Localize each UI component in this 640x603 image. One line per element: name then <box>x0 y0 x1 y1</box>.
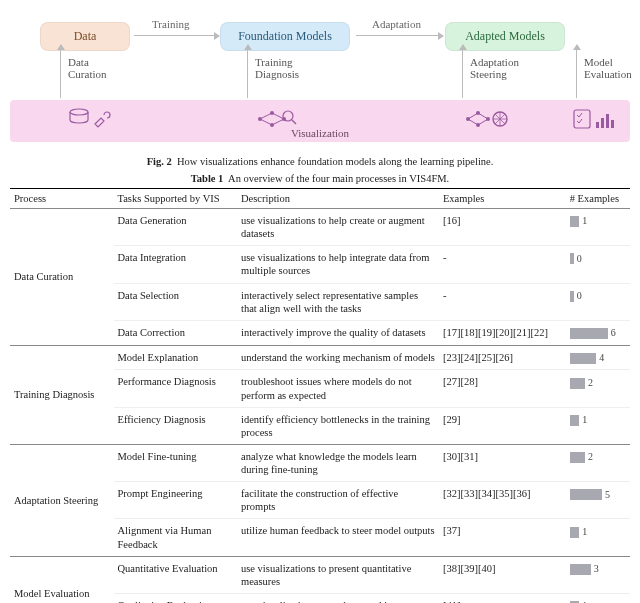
cell-examples: [30][31] <box>439 444 566 481</box>
cell-examples: [16] <box>439 209 566 246</box>
cell-description: identify efficiency bottlenecks in the t… <box>237 407 439 444</box>
cell-num-examples: 0 <box>566 246 630 283</box>
label-adaptation: Adaptation <box>372 18 421 30</box>
cell-description: use visualizations to evaluate and inter… <box>237 593 439 603</box>
spark-bar <box>570 353 597 364</box>
spark-bar <box>570 415 580 426</box>
database-wrench-icon <box>65 106 113 132</box>
cell-examples: - <box>439 246 566 283</box>
cell-task: Efficiency Diagnosis <box>114 407 237 444</box>
col-process: Process <box>10 189 114 209</box>
cell-description: use visualizations to present quantitati… <box>237 556 439 593</box>
cell-task: Quantitative Evaluation <box>114 556 237 593</box>
cell-num-examples: 1 <box>566 209 630 246</box>
cell-task: Qualitative Evaluation <box>114 593 237 603</box>
cell-num-examples: 6 <box>566 320 630 345</box>
figure-caption: Fig. 2 How visualizations enhance founda… <box>0 156 640 167</box>
spark-bar <box>570 378 585 389</box>
cell-process: Training Diagnosis <box>10 345 114 444</box>
cell-description: analyze what knowledge the models learn … <box>237 444 439 481</box>
cell-num-examples: 2 <box>566 444 630 481</box>
cell-num-examples: 1 <box>566 593 630 603</box>
cell-num-examples: 4 <box>566 345 630 370</box>
cell-examples: [29] <box>439 407 566 444</box>
spark-value: 1 <box>582 215 587 226</box>
col-description: Description <box>237 189 439 209</box>
svg-point-0 <box>70 109 88 115</box>
cell-num-examples: 3 <box>566 556 630 593</box>
overview-table: Process Tasks Supported by VIS Descripti… <box>10 188 630 603</box>
spark-value: 0 <box>577 290 582 301</box>
cell-description: interactively improve the quality of dat… <box>237 320 439 345</box>
spark-value: 4 <box>599 352 604 363</box>
spark-bar <box>570 489 602 500</box>
spark-bar <box>570 564 591 575</box>
svg-rect-15 <box>606 114 609 128</box>
arrow-adaptation-steering <box>462 50 463 98</box>
spark-value: 3 <box>594 563 599 574</box>
cell-description: utilize human feedback to steer model ou… <box>237 519 439 556</box>
spark-bar <box>570 253 574 264</box>
checklist-chart-icon <box>570 106 618 132</box>
cell-task: Model Fine-tuning <box>114 444 237 481</box>
table-row: Model EvaluationQuantitative Evaluationu… <box>10 556 630 593</box>
arrow-model-evaluation <box>576 50 577 98</box>
table-row: Training DiagnosisModel Explanationunder… <box>10 345 630 370</box>
network-steering-icon <box>460 106 508 132</box>
cell-num-examples: 0 <box>566 283 630 320</box>
label-data-curation: DataCuration <box>68 56 107 80</box>
cell-task: Data Generation <box>114 209 237 246</box>
cell-process: Model Evaluation <box>10 556 114 603</box>
cell-description: use visualizations to help create or aug… <box>237 209 439 246</box>
svg-line-6 <box>292 120 296 124</box>
spark-bar <box>570 527 580 538</box>
spark-bar <box>570 328 608 339</box>
cell-examples: - <box>439 283 566 320</box>
table-row: Data CurationData Generationuse visualiz… <box>10 209 630 246</box>
arrow-data-curation <box>60 50 61 98</box>
visualization-bar: Visualization <box>10 100 630 142</box>
spark-value: 2 <box>588 377 593 388</box>
node-data: Data <box>40 22 130 51</box>
cell-examples: [38][39][40] <box>439 556 566 593</box>
spark-bar <box>570 452 585 463</box>
cell-task: Performance Diagnosis <box>114 370 237 407</box>
svg-rect-14 <box>601 118 604 128</box>
cell-description: facilitate the construction of effective… <box>237 482 439 519</box>
label-training-diagnosis: TrainingDiagnosis <box>255 56 299 80</box>
arrow-training <box>134 35 214 36</box>
cell-num-examples: 1 <box>566 519 630 556</box>
col-num-examples: # Examples <box>566 189 630 209</box>
spark-value: 5 <box>605 489 610 500</box>
cell-description: understand the working mechanism of mode… <box>237 345 439 370</box>
cell-description: use visualizations to help integrate dat… <box>237 246 439 283</box>
svg-point-5 <box>283 111 293 121</box>
cell-num-examples: 2 <box>566 370 630 407</box>
svg-rect-13 <box>596 122 599 128</box>
pipeline-diagram: Data Foundation Models Adapted Models Tr… <box>0 0 640 150</box>
node-foundation-models: Foundation Models <box>220 22 350 51</box>
cell-num-examples: 5 <box>566 482 630 519</box>
cell-examples: [27][28] <box>439 370 566 407</box>
spark-bar <box>570 216 580 227</box>
cell-task: Data Integration <box>114 246 237 283</box>
label-training: Training <box>152 18 190 30</box>
cell-examples: [37] <box>439 519 566 556</box>
table-header-row: Process Tasks Supported by VIS Descripti… <box>10 189 630 209</box>
arrow-training-diagnosis <box>247 50 248 98</box>
cell-examples: [23][24][25][26] <box>439 345 566 370</box>
label-adaptation-steering: AdaptationSteering <box>470 56 519 80</box>
table-row: Adaptation SteeringModel Fine-tuninganal… <box>10 444 630 481</box>
cell-process: Adaptation Steering <box>10 444 114 556</box>
cell-task: Alignment via Human Feedback <box>114 519 237 556</box>
arrow-adaptation <box>356 35 438 36</box>
cell-process: Data Curation <box>10 209 114 346</box>
cell-examples: [32][33][34][35][36] <box>439 482 566 519</box>
cell-task: Data Selection <box>114 283 237 320</box>
table-caption: Table 1 An overview of the four main pro… <box>0 173 640 184</box>
spark-value: 2 <box>588 451 593 462</box>
cell-num-examples: 1 <box>566 407 630 444</box>
spark-value: 1 <box>582 414 587 425</box>
visualization-label: Visualization <box>291 127 349 139</box>
cell-description: troubleshoot issues where models do not … <box>237 370 439 407</box>
